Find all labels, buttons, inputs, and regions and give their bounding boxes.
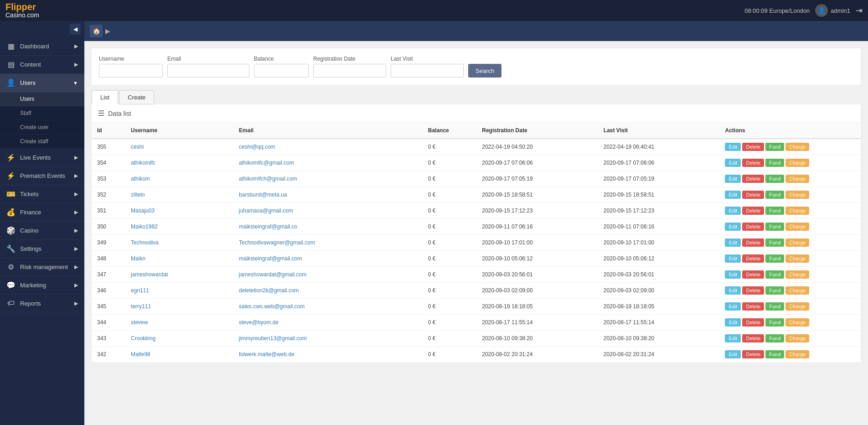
fund-button[interactable]: Fund <box>765 143 784 151</box>
email-link[interactable]: barsburst@meta.ua <box>239 192 287 198</box>
fund-button[interactable]: Fund <box>765 207 784 215</box>
delete-button[interactable]: Delete <box>742 350 764 358</box>
fund-button[interactable]: Fund <box>765 254 784 263</box>
sidebar-item-tickets[interactable]: 🎫 Tickets ▶ <box>0 185 84 203</box>
edit-button[interactable]: Edit <box>725 238 741 247</box>
delete-button[interactable]: Delete <box>742 238 764 247</box>
edit-button[interactable]: Edit <box>725 334 741 342</box>
charge-button[interactable]: Charge <box>785 302 809 311</box>
tab-create[interactable]: Create <box>119 90 154 104</box>
fund-button[interactable]: Fund <box>765 223 784 231</box>
sidebar-item-users[interactable]: 👤 Users ▼ <box>0 74 84 92</box>
delete-button[interactable]: Delete <box>742 207 764 215</box>
lastvisit-input[interactable] <box>391 64 464 78</box>
sidebar-sub-item-create-staff[interactable]: Create staff <box>0 135 84 149</box>
charge-button[interactable]: Charge <box>785 207 809 215</box>
username-link[interactable]: jameshowardat <box>131 271 168 278</box>
delete-button[interactable]: Delete <box>742 191 764 199</box>
edit-button[interactable]: Edit <box>725 191 741 199</box>
edit-button[interactable]: Edit <box>725 302 741 311</box>
sidebar-sub-item-staff[interactable]: Staff <box>0 106 84 120</box>
username-link[interactable]: Maikn <box>131 255 145 262</box>
sidebar-item-marketing[interactable]: 💬 Marketing ▶ <box>0 276 84 295</box>
fund-button[interactable]: Fund <box>765 334 784 342</box>
fund-button[interactable]: Fund <box>765 238 784 247</box>
sidebar-item-content[interactable]: ▤ Content ▶ <box>0 56 84 74</box>
sidebar-item-risk-management[interactable]: ⚙ Risk management ▶ <box>0 258 84 276</box>
username-link[interactable]: athikomlfc <box>131 160 155 166</box>
sidebar-toggle-button[interactable]: ◀ <box>70 24 81 35</box>
sidebar-item-finance[interactable]: 💰 Finance ▶ <box>0 203 84 222</box>
regdate-input[interactable] <box>313 64 386 78</box>
edit-button[interactable]: Edit <box>725 175 741 183</box>
charge-button[interactable]: Charge <box>785 223 809 231</box>
delete-button[interactable]: Delete <box>742 270 764 279</box>
charge-button[interactable]: Charge <box>785 254 809 263</box>
delete-button[interactable]: Delete <box>742 334 764 342</box>
email-link[interactable]: Technodivawagner@gmail.com <box>239 239 315 246</box>
email-link[interactable]: athikomlfc@gmail.com <box>239 160 294 166</box>
charge-button[interactable]: Charge <box>785 286 809 295</box>
charge-button[interactable]: Charge <box>785 318 809 327</box>
username-link[interactable]: terry111 <box>131 303 151 310</box>
email-link[interactable]: maiksteingraf@gmail.com <box>239 255 302 262</box>
username-link[interactable]: stevew <box>131 319 148 326</box>
sidebar-item-casino[interactable]: 🎲 Casino ▶ <box>0 222 84 240</box>
edit-button[interactable]: Edit <box>725 143 741 151</box>
sidebar-item-reports[interactable]: 🏷 Reports ▶ <box>0 295 84 312</box>
sidebar-item-dashboard[interactable]: ▦ Dashboard ▶ <box>0 37 84 56</box>
sidebar-item-live-events[interactable]: ⚡ Live Events ▶ <box>0 149 84 167</box>
delete-button[interactable]: Delete <box>742 286 764 295</box>
breadcrumb-home-button[interactable]: 🏠 <box>90 25 103 37</box>
logout-icon[interactable]: ⇥ <box>856 5 863 16</box>
charge-button[interactable]: Charge <box>785 238 809 247</box>
delete-button[interactable]: Delete <box>742 302 764 311</box>
fund-button[interactable]: Fund <box>765 302 784 311</box>
username-link[interactable]: athikom <box>131 176 150 182</box>
edit-button[interactable]: Edit <box>725 270 741 279</box>
edit-button[interactable]: Edit <box>725 286 741 295</box>
username-link[interactable]: ziltelo <box>131 192 145 198</box>
email-link[interactable]: sales.cws.web@gmail.com <box>239 303 305 310</box>
charge-button[interactable]: Charge <box>785 191 809 199</box>
fund-button[interactable]: Fund <box>765 270 784 279</box>
fund-button[interactable]: Fund <box>765 318 784 327</box>
edit-button[interactable]: Edit <box>725 223 741 231</box>
delete-button[interactable]: Delete <box>742 318 764 327</box>
delete-button[interactable]: Delete <box>742 223 764 231</box>
email-link[interactable]: jameshowardat@gmail.com <box>239 271 306 278</box>
charge-button[interactable]: Charge <box>785 175 809 183</box>
edit-button[interactable]: Edit <box>725 318 741 327</box>
edit-button[interactable]: Edit <box>725 207 741 215</box>
delete-button[interactable]: Delete <box>742 175 764 183</box>
username-link[interactable]: Masaju03 <box>131 207 155 214</box>
email-link[interactable]: maiksteingraf@gmail.co <box>239 223 297 230</box>
email-input[interactable] <box>167 64 249 78</box>
username-link[interactable]: Crookking <box>131 335 155 342</box>
edit-button[interactable]: Edit <box>725 254 741 263</box>
sidebar-sub-item-create-user[interactable]: Create user <box>0 120 84 135</box>
username-link[interactable]: Maiko1982 <box>131 223 158 230</box>
edit-button[interactable]: Edit <box>725 159 741 167</box>
fund-button[interactable]: Fund <box>765 286 784 295</box>
sidebar-item-prematch-events[interactable]: ⚡ Prematch Events ▶ <box>0 167 84 185</box>
charge-button[interactable]: Charge <box>785 270 809 279</box>
sidebar-sub-item-users[interactable]: Users <box>0 92 84 106</box>
charge-button[interactable]: Charge <box>785 350 809 358</box>
email-link[interactable]: folwerk.malte@web.de <box>239 351 294 358</box>
fund-button[interactable]: Fund <box>765 350 784 358</box>
delete-button[interactable]: Delete <box>742 254 764 263</box>
username-link[interactable]: ceshi <box>131 144 144 150</box>
charge-button[interactable]: Charge <box>785 159 809 167</box>
email-link[interactable]: jimmyreuben13@gmail.com <box>239 335 307 342</box>
balance-input[interactable] <box>254 64 309 78</box>
username-link[interactable]: Malte98 <box>131 351 150 358</box>
email-link[interactable]: deletetion2k@gmail.com <box>239 287 299 294</box>
edit-button[interactable]: Edit <box>725 350 741 358</box>
tab-list[interactable]: List <box>92 90 118 104</box>
username-link[interactable]: egn111 <box>131 287 149 294</box>
email-link[interactable]: ceshi@qq.com <box>239 144 275 150</box>
search-button[interactable]: Search <box>468 64 501 78</box>
fund-button[interactable]: Fund <box>765 175 784 183</box>
email-link[interactable]: steve@byom.de <box>239 319 279 326</box>
